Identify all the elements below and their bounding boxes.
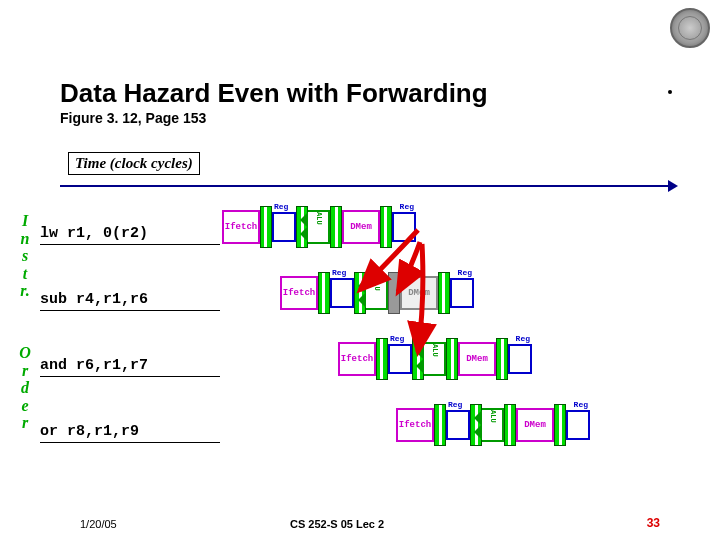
latch [376, 338, 388, 380]
latch [438, 272, 450, 314]
latch [318, 272, 330, 314]
latch [446, 338, 458, 380]
bullet-dot [668, 90, 672, 94]
reg-write-stage: Reg [566, 410, 590, 440]
reg-read-stage: Reg [446, 410, 470, 440]
dmem-stage-bubble: DMem [400, 276, 438, 310]
latch [554, 404, 566, 446]
instruction-row: and r6,r1,r7 [40, 338, 220, 396]
latch [330, 206, 342, 248]
time-axis-arrow [60, 185, 670, 187]
footer-course: CS 252-S 05 Lec 2 [290, 518, 384, 530]
dmem-stage: DMem [342, 210, 380, 244]
order-label: Order [16, 344, 34, 432]
reg-write-stage: Reg [392, 212, 416, 242]
reg-read-stage: Reg [272, 212, 296, 242]
latch-bubble [388, 272, 400, 314]
pipeline-lw: Ifetch Reg ALU DMem Reg [222, 206, 416, 248]
latch [434, 404, 446, 446]
instruction-row: sub r4,r1,r6 [40, 272, 220, 330]
latch [496, 338, 508, 380]
reg-read-stage: Reg [330, 278, 354, 308]
dmem-stage: DMem [458, 342, 496, 376]
footer-page-number: 33 [647, 516, 660, 530]
ifetch-stage: Ifetch [222, 210, 260, 244]
slide-title: Data Hazard Even with Forwarding [60, 78, 488, 109]
ifetch-stage: Ifetch [338, 342, 376, 376]
pipeline-and: Ifetch Reg ALU DMem Reg [338, 338, 532, 380]
time-axis-label: Time (clock cycles) [68, 152, 200, 175]
alu-stage: ALU [482, 408, 504, 442]
figure-ref: Figure 3. 12, Page 153 [60, 110, 206, 126]
instr-label: Instr. [16, 212, 34, 300]
instruction-text: sub r4,r1,r6 [40, 291, 220, 311]
instruction-text: and r6,r1,r7 [40, 357, 220, 377]
alu-stage: ALU [424, 342, 446, 376]
alu-stage: ALU [366, 276, 388, 310]
footer-date: 1/20/05 [80, 518, 117, 530]
ifetch-stage: Ifetch [280, 276, 318, 310]
ifetch-stage: Ifetch [396, 408, 434, 442]
instruction-text: lw r1, 0(r2) [40, 225, 220, 245]
latch [380, 206, 392, 248]
dmem-stage: DMem [516, 408, 554, 442]
instruction-row: lw r1, 0(r2) [40, 206, 220, 264]
latch [260, 206, 272, 248]
instruction-text: or r8,r1,r9 [40, 423, 220, 443]
berkeley-seal-icon [670, 8, 710, 48]
reg-write-stage: Reg [450, 278, 474, 308]
pipeline-sub: Ifetch Reg ALU DMem Reg [280, 272, 474, 314]
instruction-row: or r8,r1,r9 [40, 404, 220, 462]
pipeline-or: Ifetch Reg ALU DMem Reg [396, 404, 590, 446]
reg-write-stage: Reg [508, 344, 532, 374]
latch [504, 404, 516, 446]
reg-read-stage: Reg [388, 344, 412, 374]
alu-stage: ALU [308, 210, 330, 244]
